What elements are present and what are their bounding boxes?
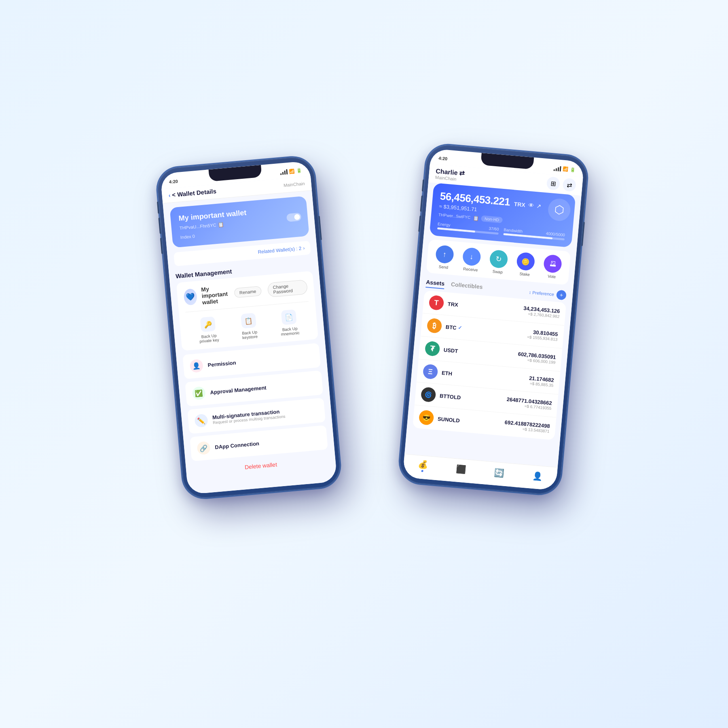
nav-profile-icon: 👤 xyxy=(532,470,543,481)
right-content: Charlie ⇄ MainChain ⊞ ⇄ 56,456,453.221 T… xyxy=(404,164,583,467)
left-screen: 4:20 📶 🔋 ‹ < Walle xyxy=(160,161,337,494)
assets-controls: ↕ Preference + xyxy=(529,287,567,300)
backup-keystore[interactable]: 📋 Back Upkeystore xyxy=(240,313,258,340)
chain-label: MainChain xyxy=(284,181,305,188)
send-action[interactable]: ↑ Send xyxy=(434,245,454,270)
vote-action[interactable]: 🗳 Vote xyxy=(543,254,563,279)
left-time: 4:20 xyxy=(169,179,178,184)
header-title: < Wallet Details xyxy=(172,188,217,199)
asset-right-usdt: 602,786.035091 ≈$ 606,000.199 xyxy=(517,351,556,365)
asset-left-trx: T TRX xyxy=(429,295,459,312)
sunold-icon: 😎 xyxy=(419,410,434,425)
change-password-button[interactable]: Change Password xyxy=(267,279,308,297)
add-asset-button[interactable]: + xyxy=(556,290,567,300)
multisig-icon: ✏️ xyxy=(194,414,208,428)
tab-assets[interactable]: Assets xyxy=(425,279,445,289)
send-label: Send xyxy=(438,265,448,270)
scan-button[interactable]: ⊞ xyxy=(546,176,561,190)
assets-tabs: Assets Collectibles xyxy=(425,279,483,292)
nav-assets-icon: 💰 xyxy=(417,459,428,470)
nav-staking-icon: ⬛ xyxy=(455,464,466,474)
balance-address: THPwer...5wtFYC xyxy=(438,212,471,220)
approval-icon: ✅ xyxy=(192,386,206,400)
nav-assets-dot xyxy=(421,470,423,472)
asset-right-btc: 30.810455 ≈$ 1555,934.813 xyxy=(527,329,558,342)
permission-icon: 👤 xyxy=(189,359,203,373)
left-content: ‹ < Wallet Details MainChain My importan… xyxy=(161,176,337,494)
sunold-name: SUNOLD xyxy=(437,415,460,423)
dapp-icon: 🔗 xyxy=(197,441,211,455)
eye-icon[interactable]: 👁 xyxy=(528,202,534,209)
preference-button[interactable]: ↕ Preference xyxy=(529,290,554,296)
btc-name: BTC ✓ xyxy=(445,324,462,331)
swap-label: Swap xyxy=(492,269,503,274)
right-phone: 4:20 📶 🔋 Charli xyxy=(398,143,589,496)
vote-icon: 🗳 xyxy=(543,254,563,273)
signal-bar-3 xyxy=(284,170,286,174)
right-signal-bars xyxy=(554,165,561,171)
btc-icon: ₿ xyxy=(427,318,442,334)
battery-icon: 🔋 xyxy=(296,168,302,174)
backup-mnemonic[interactable]: 📄 Back Upmnemonic xyxy=(279,309,300,336)
back-arrow: ‹ xyxy=(168,192,171,198)
wallet-avatar: 💙 xyxy=(183,288,197,306)
rename-button[interactable]: Rename xyxy=(234,286,262,298)
nav-staking[interactable]: ⬛ xyxy=(455,464,466,474)
receive-icon: ↓ xyxy=(462,247,481,267)
backup-keystore-icon: 📋 xyxy=(241,313,256,328)
header-actions: ⊞ ⇄ xyxy=(546,176,577,192)
signal-bar-4 xyxy=(286,169,288,174)
asset-right-sunold: 692.418878222498 ≈$ 13.5483871 xyxy=(504,419,550,434)
backup-private-key[interactable]: 🔑 Back Upprivate key xyxy=(197,316,219,344)
switch-button[interactable]: ⇄ xyxy=(562,178,576,192)
backup-mnemonic-label: Back Upmnemonic xyxy=(280,326,300,336)
asset-left-usdt: ₮ USDT xyxy=(425,341,459,358)
right-wifi-icon: 📶 xyxy=(563,166,569,172)
energy-item: Energy 37/60 xyxy=(437,222,499,235)
receive-label: Receive xyxy=(463,267,478,272)
left-phone: 4:20 📶 🔋 ‹ < Walle xyxy=(156,156,342,500)
approval-label: Approval Management xyxy=(210,384,267,395)
asset-right-bttold: 2648771.04328662 ≈$ 6.77419355 xyxy=(506,396,552,411)
swap-action[interactable]: ↻ Swap xyxy=(489,250,508,275)
nav-activity[interactable]: 🔄 xyxy=(494,467,505,478)
asset-left-btc: ₿ BTC ✓ xyxy=(427,318,463,335)
signal-bars xyxy=(280,169,288,175)
address-copy-icon[interactable]: 📋 xyxy=(473,215,479,221)
left-status-icons: 📶 🔋 xyxy=(280,168,302,175)
bttold-icon: 🌀 xyxy=(421,387,436,402)
backup-private-key-icon: 🔑 xyxy=(200,316,216,332)
asset-right-trx: 34,234,453.126 ≈$ 2,760,842.982 xyxy=(523,305,560,319)
copy-icon[interactable]: 📋 xyxy=(218,221,224,227)
wallet-name-label: My important wallet xyxy=(201,284,229,305)
backup-mnemonic-icon: 📄 xyxy=(281,309,297,325)
nav-assets[interactable]: 💰 xyxy=(417,459,429,472)
right-time: 4:20 xyxy=(438,156,448,161)
back-button[interactable]: ‹ < Wallet Details xyxy=(168,188,217,199)
volume-up-button xyxy=(158,218,161,234)
asset-left-eth: Ξ ETH xyxy=(423,364,453,381)
right-volume-down-button xyxy=(418,216,421,232)
non-hd-badge: Non-HD xyxy=(481,215,502,223)
stake-action[interactable]: 🪙 Stake xyxy=(516,252,535,277)
wifi-icon: 📶 xyxy=(289,168,295,174)
asset-right-eth: 21.174682 ≈$ 85,885.35 xyxy=(529,375,554,387)
asset-list: T TRX 34,234,453.126 ≈$ 2,760,842.982 ₿ … xyxy=(413,290,566,440)
related-wallets-arrow: › xyxy=(303,245,305,251)
expand-icon[interactable]: ↗ xyxy=(536,203,542,210)
receive-action[interactable]: ↓ Receive xyxy=(461,247,481,273)
related-wallets-label: Related Wallet(s) : 2 xyxy=(258,245,302,255)
usdt-icon: ₮ xyxy=(425,341,440,357)
tab-collectibles[interactable]: Collectibles xyxy=(451,281,483,293)
right-silent-button xyxy=(422,179,425,191)
user-info: Charlie ⇄ MainChain xyxy=(435,167,465,182)
phones-container: 4:20 📶 🔋 ‹ < Walle xyxy=(0,0,728,728)
usdt-name: USDT xyxy=(443,347,458,354)
volume-down-button xyxy=(160,238,163,254)
backup-row: 🔑 Back Upprivate key 📋 Back Upkeystore 📄… xyxy=(186,307,311,345)
trx-name: TRX xyxy=(447,301,458,308)
nav-activity-icon: 🔄 xyxy=(494,467,505,478)
eth-name: ETH xyxy=(441,370,452,377)
nav-profile[interactable]: 👤 xyxy=(532,470,543,481)
wallet-name-row: 💙 My important wallet Rename Change Pass… xyxy=(183,277,309,312)
